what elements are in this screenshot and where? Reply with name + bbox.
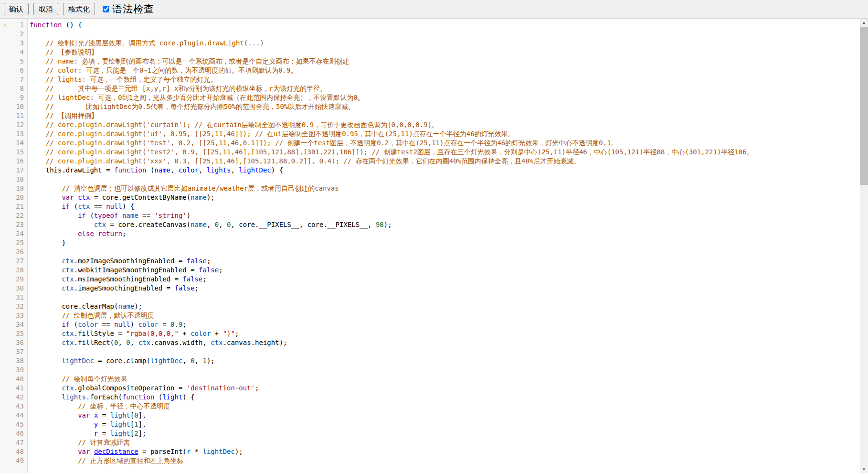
code-text: else return; bbox=[27, 229, 860, 238]
code-line: 41 ctx.globalCompositeOperation = 'desti… bbox=[0, 384, 860, 393]
toolbar: 确认 取消 格式化 语法检查 bbox=[0, 0, 868, 18]
syntax-check-checkbox[interactable] bbox=[103, 6, 109, 12]
line-number: 1 bbox=[15, 21, 27, 30]
line-number: 13 bbox=[15, 129, 27, 139]
gutter-cell: 49 bbox=[0, 456, 27, 465]
code-line: 32 core.clearMap(name); bbox=[0, 302, 860, 311]
gutter-cell: 14 bbox=[0, 139, 27, 148]
line-number: 42 bbox=[15, 393, 27, 402]
line-number: 4 bbox=[15, 48, 27, 57]
code-area[interactable]: ⚠1function () {2 3 // 绘制灯光/漆黑层效果。调用方式 co… bbox=[0, 19, 860, 473]
code-line: 9 // lightDec: 可选，0到1之间，光从多少百分比才开始衰减（在此范… bbox=[0, 93, 860, 102]
line-number: 31 bbox=[15, 293, 27, 302]
code-line: 35 ctx.fillStyle = "rgba(0,0,0," + color… bbox=[0, 329, 860, 338]
line-number: 48 bbox=[15, 447, 27, 456]
gutter-cell: 36 bbox=[0, 338, 27, 347]
gutter-cell: ⚠1 bbox=[0, 21, 27, 30]
code-line: 24 else return; bbox=[0, 229, 860, 238]
line-number: 30 bbox=[15, 284, 27, 293]
code-text: // core.plugin.drawLight('ui', 0.95, [[2… bbox=[27, 129, 860, 139]
code-line: 40 // 绘制每个灯光效果 bbox=[0, 375, 860, 384]
code-line: 4 // 【参数说明】 bbox=[0, 48, 860, 57]
gutter-cell: 23 bbox=[0, 220, 27, 229]
gutter-cell: 13 bbox=[0, 129, 27, 139]
line-number: 33 bbox=[15, 311, 27, 320]
line-number: 25 bbox=[15, 238, 27, 247]
code-line: 26 bbox=[0, 247, 860, 257]
format-button[interactable]: 格式化 bbox=[63, 3, 95, 15]
code-line: 37 bbox=[0, 347, 860, 356]
line-number: 19 bbox=[15, 184, 27, 193]
code-text bbox=[27, 293, 860, 302]
line-number: 46 bbox=[15, 429, 27, 438]
code-text: lightDec = core.clamp(lightDec, 0, 1); bbox=[27, 356, 860, 366]
line-number: 17 bbox=[15, 166, 27, 175]
code-line: 13 // core.plugin.drawLight('ui', 0.95, … bbox=[0, 129, 860, 139]
code-line: 19 // 清空色调层；也可以修改成其它层比如animate/weather层，… bbox=[0, 184, 860, 193]
code-text: // 【调用样例】 bbox=[27, 111, 860, 120]
code-text: ctx.msImageSmoothingEnabled = false; bbox=[27, 275, 860, 284]
line-number: 26 bbox=[15, 247, 27, 257]
code-line: 46 r = light[2]; bbox=[0, 429, 860, 438]
line-number: 36 bbox=[15, 338, 27, 347]
syntax-check-label: 语法检查 bbox=[112, 2, 154, 16]
code-line: 8 // 其中每一项是三元组 [x,y,r] x和y分别为该灯光的横纵坐标，r为… bbox=[0, 84, 860, 93]
scroll-down-icon[interactable]: ▼ bbox=[860, 465, 868, 473]
confirm-button[interactable]: 确认 bbox=[4, 3, 29, 15]
gutter-cell: 42 bbox=[0, 393, 27, 402]
gutter-cell: 3 bbox=[0, 39, 27, 48]
line-number: 22 bbox=[15, 211, 27, 220]
code-line: 15 // core.plugin.drawLight('test2', 0.9… bbox=[0, 148, 860, 157]
code-line: 36 ctx.fillRect(0, 0, ctx.canvas.width, … bbox=[0, 338, 860, 347]
line-number: 15 bbox=[15, 148, 27, 157]
gutter-cell: 47 bbox=[0, 438, 27, 447]
scroll-up-icon[interactable]: ▲ bbox=[860, 19, 868, 27]
code-line: 44 var x = light[0], bbox=[0, 411, 860, 420]
scrollbar-thumb[interactable] bbox=[860, 27, 868, 185]
code-text: core.clearMap(name); bbox=[27, 302, 860, 311]
line-number: 10 bbox=[15, 102, 27, 111]
gutter-cell: 6 bbox=[0, 66, 27, 75]
code-line: 14 // core.plugin.drawLight('test', 0.2,… bbox=[0, 139, 860, 148]
line-number: 23 bbox=[15, 220, 27, 229]
gutter-cell: 21 bbox=[0, 202, 27, 211]
line-number: 16 bbox=[15, 157, 27, 166]
line-number: 6 bbox=[15, 66, 27, 75]
line-number: 5 bbox=[15, 57, 27, 66]
code-line: 34 if (color == null) color = 0.9; bbox=[0, 320, 860, 329]
warning-icon[interactable]: ⚠ bbox=[0, 21, 15, 30]
line-number: 35 bbox=[15, 329, 27, 338]
code-line: 28 ctx.webkitImageSmoothingEnabled = fal… bbox=[0, 266, 860, 275]
code-line: 42 lights.forEach(function (light) { bbox=[0, 393, 860, 402]
gutter-cell: 28 bbox=[0, 266, 27, 275]
line-number: 29 bbox=[15, 275, 27, 284]
gutter-cell: 44 bbox=[0, 411, 27, 420]
code-line: 30 ctx.imageSmoothingEnabled = false; bbox=[0, 284, 860, 293]
code-line: 7 // lights: 可选，一个数组，定义了每个独立的灯光。 bbox=[0, 75, 860, 84]
code-line: 33 // 绘制色调层，默认不透明度 bbox=[0, 311, 860, 320]
line-number: 27 bbox=[15, 257, 27, 266]
code-text: // color: 可选，只能是一个0~1之间的数，为不透明度的值。不填则默认为… bbox=[27, 66, 860, 75]
line-number: 41 bbox=[15, 384, 27, 393]
gutter-cell: 34 bbox=[0, 320, 27, 329]
line-number: 49 bbox=[15, 456, 27, 465]
gutter-cell: 29 bbox=[0, 275, 27, 284]
line-number: 37 bbox=[15, 347, 27, 356]
gutter-cell: 12 bbox=[0, 120, 27, 129]
code-line: 29 ctx.msImageSmoothingEnabled = false; bbox=[0, 275, 860, 284]
code-line: 6 // color: 可选，只能是一个0~1之间的数，为不透明度的值。不填则默… bbox=[0, 66, 860, 75]
code-line: 43 // 坐标，半径，中心不透明度 bbox=[0, 402, 860, 411]
cancel-button[interactable]: 取消 bbox=[33, 3, 58, 15]
editor-vscrollbar[interactable]: ▲ ▼ bbox=[860, 19, 868, 473]
code-text: // 正方形区域的直径和左上角坐标 bbox=[27, 456, 860, 465]
line-number: 45 bbox=[15, 420, 27, 429]
line-number: 20 bbox=[15, 193, 27, 202]
line-number: 7 bbox=[15, 75, 27, 84]
line-number: 2 bbox=[15, 30, 27, 39]
gutter-cell: 19 bbox=[0, 184, 27, 193]
gutter-cell: 7 bbox=[0, 75, 27, 84]
syntax-check-group: 语法检查 bbox=[103, 2, 154, 16]
line-number: 43 bbox=[15, 402, 27, 411]
code-line: 17 this.drawLight = function (name, colo… bbox=[0, 166, 860, 175]
line-number: 12 bbox=[15, 120, 27, 129]
